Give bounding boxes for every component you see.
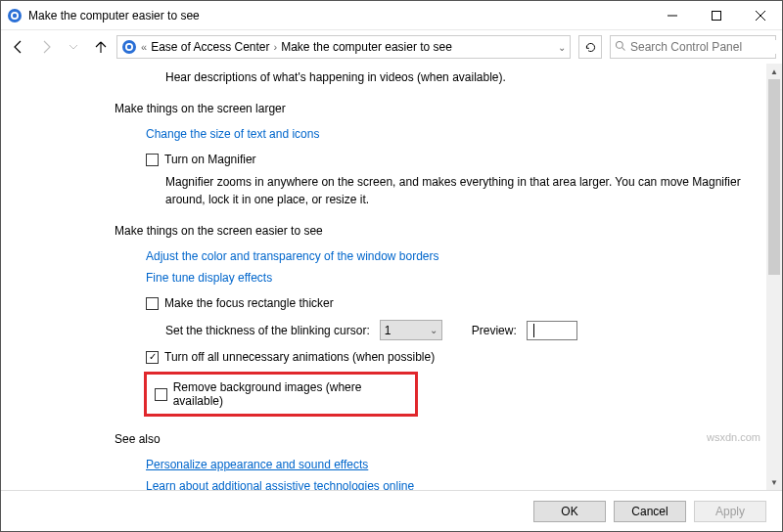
- ok-button[interactable]: OK: [533, 501, 606, 522]
- section-heading-easier: Make things on the screen easier to see: [115, 224, 757, 238]
- checkbox-magnifier-label: Turn on Magnifier: [164, 153, 256, 166]
- checkbox-magnifier[interactable]: [146, 154, 159, 166]
- up-button[interactable]: [89, 35, 113, 59]
- apply-button[interactable]: Apply: [694, 501, 766, 522]
- see-also-heading: See also: [115, 432, 757, 446]
- checkbox-focus-rect[interactable]: [146, 297, 159, 310]
- cancel-button[interactable]: Cancel: [614, 501, 686, 522]
- dialog-button-bar: OK Cancel Apply: [1, 490, 782, 531]
- search-box[interactable]: [610, 35, 776, 59]
- svg-rect-4: [712, 11, 720, 20]
- forward-button[interactable]: [34, 35, 58, 59]
- cursor-thickness-label: Set the thickness of the blinking cursor…: [165, 324, 370, 337]
- back-button[interactable]: [7, 35, 30, 59]
- svg-line-11: [622, 47, 625, 50]
- address-bar[interactable]: « Ease of Access Center › Make the compu…: [116, 35, 571, 59]
- checkbox-animations-label: Turn off all unnecessary animations (whe…: [164, 350, 435, 364]
- link-change-text-size[interactable]: Change the size of text and icons: [146, 127, 319, 141]
- magnifier-description: Magnifier zooms in anywhere on the scree…: [165, 174, 757, 208]
- content-area: Hear descriptions of what's happening in…: [1, 64, 782, 490]
- breadcrumb-item-2[interactable]: Make the computer easier to see: [281, 40, 452, 54]
- content-scroll: Hear descriptions of what's happening in…: [1, 64, 766, 490]
- app-icon: [7, 8, 23, 23]
- checkbox-animations[interactable]: ✓: [146, 351, 159, 364]
- section-heading-larger: Make things on the screen larger: [115, 102, 757, 115]
- checkbox-focus-rect-label: Make the focus rectangle thicker: [164, 296, 334, 310]
- chevron-down-icon: ⌄: [430, 325, 438, 335]
- watermark: wsxdn.com: [707, 431, 760, 443]
- scroll-down-button[interactable]: ▼: [766, 474, 782, 490]
- svg-point-9: [127, 45, 131, 49]
- chevron-right-icon: ›: [274, 41, 278, 53]
- recent-dropdown-icon[interactable]: [62, 35, 85, 59]
- search-input[interactable]: [630, 40, 777, 54]
- checkbox-remove-bg[interactable]: [155, 388, 167, 401]
- link-personalize[interactable]: Personalize appearance and sound effects: [146, 458, 368, 471]
- cursor-preview-bar: [533, 324, 534, 337]
- close-button[interactable]: [738, 1, 782, 29]
- refresh-button[interactable]: [578, 35, 602, 59]
- preview-label: Preview:: [472, 324, 517, 337]
- search-icon: [615, 40, 626, 55]
- address-icon: [121, 39, 137, 55]
- vertical-scrollbar[interactable]: ▲ ▼: [766, 64, 782, 490]
- svg-point-2: [13, 13, 17, 17]
- minimize-button[interactable]: [650, 1, 694, 29]
- cursor-preview-box: [527, 321, 577, 340]
- chevron-left-icon: «: [141, 41, 147, 53]
- highlighted-option: Remove background images (where availabl…: [144, 372, 418, 417]
- cursor-thickness-select[interactable]: 1 ⌄: [380, 320, 442, 340]
- cursor-thickness-value: 1: [385, 324, 392, 337]
- link-adjust-color[interactable]: Adjust the color and transparency of the…: [146, 249, 439, 263]
- link-fine-tune[interactable]: Fine tune display effects: [146, 271, 272, 285]
- titlebar: Make the computer easier to see: [1, 1, 782, 30]
- scroll-up-button[interactable]: ▲: [766, 64, 782, 79]
- scroll-track[interactable]: [766, 79, 782, 474]
- link-learn-assistive[interactable]: Learn about additional assistive technol…: [146, 479, 414, 490]
- maximize-button[interactable]: [694, 1, 738, 29]
- address-dropdown-icon[interactable]: ⌄: [558, 42, 566, 53]
- control-panel-window: Make the computer easier to see «: [0, 0, 783, 532]
- window-title: Make the computer easier to see: [28, 9, 650, 22]
- nav-toolbar: « Ease of Access Center › Make the compu…: [1, 30, 782, 64]
- scroll-thumb[interactable]: [768, 79, 780, 275]
- video-desc-text: Hear descriptions of what's happening in…: [165, 69, 757, 86]
- checkbox-remove-bg-label: Remove background images (where availabl…: [173, 380, 407, 408]
- breadcrumb-item-1[interactable]: Ease of Access Center: [151, 40, 269, 54]
- svg-point-10: [617, 41, 623, 48]
